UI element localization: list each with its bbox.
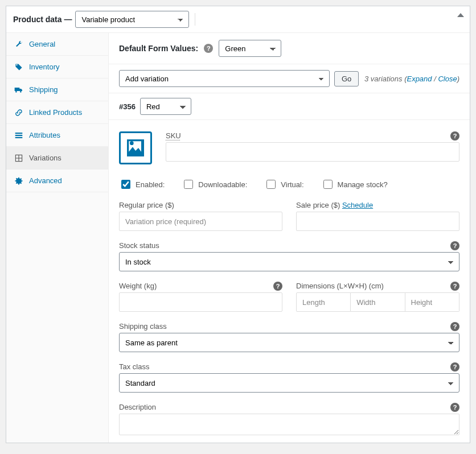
tax-class-select[interactable]: Standard bbox=[119, 373, 459, 393]
variation-body: ? SKU Enabled: Downloadable: Virtual: Ma… bbox=[109, 120, 470, 443]
default-form-select[interactable]: Green bbox=[219, 40, 281, 57]
svg-rect-0 bbox=[15, 133, 23, 134]
description-textarea[interactable] bbox=[119, 414, 459, 435]
tag-icon bbox=[14, 63, 23, 71]
svg-rect-2 bbox=[15, 137, 23, 138]
expand-link[interactable]: Expand bbox=[407, 75, 432, 83]
divider bbox=[195, 13, 195, 26]
weight-label: Weight (kg) bbox=[119, 282, 282, 290]
sale-price-input[interactable] bbox=[296, 212, 459, 231]
tab-label: General bbox=[29, 40, 55, 48]
help-icon[interactable]: ? bbox=[450, 403, 459, 412]
image-icon bbox=[124, 137, 147, 159]
variation-id: #356 bbox=[119, 102, 136, 111]
regular-price-label: Regular price ($) bbox=[119, 201, 282, 209]
tab-advanced[interactable]: Advanced bbox=[6, 170, 108, 192]
help-icon[interactable]: ? bbox=[450, 282, 459, 291]
grid-icon bbox=[14, 154, 23, 162]
tab-linked-products[interactable]: Linked Products bbox=[6, 101, 108, 124]
tab-inventory[interactable]: Inventory bbox=[6, 56, 108, 79]
default-form-toolbar: Default Form Values: ? Green bbox=[109, 33, 470, 64]
help-icon[interactable]: ? bbox=[450, 322, 459, 331]
variation-checkboxes: Enabled: Downloadable: Virtual: Manage s… bbox=[119, 178, 459, 191]
variations-summary: 3 variations (Expand / Close) bbox=[364, 75, 459, 83]
tab-label: Shipping bbox=[29, 85, 58, 94]
sku-label: SKU bbox=[166, 131, 181, 140]
stock-status-label: Stock status bbox=[119, 241, 459, 250]
variation-image-button[interactable] bbox=[119, 131, 152, 164]
main-pane: Default Form Values: ? Green Add variati… bbox=[109, 33, 470, 443]
tab-label: Attributes bbox=[29, 131, 60, 139]
downloadable-checkbox[interactable]: Downloadable: bbox=[182, 178, 247, 191]
virtual-checkbox[interactable]: Virtual: bbox=[264, 178, 303, 191]
schedule-link[interactable]: Schedule bbox=[342, 201, 373, 209]
width-input[interactable] bbox=[351, 292, 405, 312]
add-variation-select[interactable]: Add variation bbox=[119, 70, 330, 87]
shipping-class-label: Shipping class bbox=[119, 322, 459, 331]
variation-attribute-select[interactable]: Red bbox=[140, 98, 191, 115]
length-input[interactable] bbox=[296, 292, 351, 312]
variation-header[interactable]: #356 Red bbox=[109, 93, 470, 120]
enabled-checkbox[interactable]: Enabled: bbox=[119, 178, 165, 191]
stock-status-select[interactable]: In stock bbox=[119, 252, 459, 271]
close-link[interactable]: Close bbox=[438, 75, 457, 83]
help-icon[interactable]: ? bbox=[450, 241, 459, 250]
panel-body: General Inventory Shipping Linked Produc… bbox=[6, 33, 470, 443]
wrench-icon bbox=[14, 40, 23, 48]
gear-icon bbox=[14, 177, 23, 185]
sale-price-label: Sale price ($) Schedule bbox=[296, 201, 459, 209]
tab-label: Advanced bbox=[29, 176, 62, 185]
svg-rect-1 bbox=[15, 134, 23, 135]
add-variation-toolbar: Add variation Go 3 variations (Expand / … bbox=[109, 64, 470, 93]
height-input[interactable] bbox=[405, 292, 459, 312]
default-form-label: Default Form Values: bbox=[119, 44, 198, 53]
shipping-class-select[interactable]: Same as parent bbox=[119, 333, 459, 352]
link-icon bbox=[14, 109, 23, 117]
weight-input[interactable] bbox=[119, 292, 282, 312]
description-label: Description bbox=[119, 403, 459, 411]
panel-header: Product data — Variable product bbox=[6, 6, 470, 33]
product-data-panel: Product data — Variable product General … bbox=[6, 6, 470, 443]
tab-attributes[interactable]: Attributes bbox=[6, 124, 108, 147]
tab-label: Linked Products bbox=[29, 108, 82, 117]
regular-price-input[interactable] bbox=[119, 212, 282, 231]
tab-label: Inventory bbox=[29, 63, 59, 71]
tab-variations[interactable]: Variations bbox=[6, 147, 108, 170]
panel-title: Product data — bbox=[13, 15, 72, 24]
help-icon[interactable]: ? bbox=[273, 282, 282, 291]
tab-label: Variations bbox=[29, 154, 61, 162]
collapse-icon[interactable] bbox=[457, 13, 464, 17]
manage-stock-checkbox[interactable]: Manage stock? bbox=[321, 178, 388, 191]
truck-icon bbox=[14, 86, 23, 94]
help-icon[interactable]: ? bbox=[204, 44, 213, 53]
product-type-select[interactable]: Variable product bbox=[75, 11, 189, 28]
tab-general[interactable]: General bbox=[6, 33, 108, 56]
help-icon[interactable]: ? bbox=[450, 131, 459, 141]
help-icon[interactable]: ? bbox=[450, 362, 459, 372]
go-button[interactable]: Go bbox=[334, 71, 359, 86]
tab-shipping[interactable]: Shipping bbox=[6, 79, 108, 101]
dimensions-label: Dimensions (L×W×H) (cm) bbox=[296, 282, 459, 290]
list-icon bbox=[14, 131, 23, 139]
sku-input[interactable] bbox=[166, 142, 459, 162]
sidebar: General Inventory Shipping Linked Produc… bbox=[6, 33, 109, 443]
tax-class-label: Tax class bbox=[119, 362, 459, 371]
